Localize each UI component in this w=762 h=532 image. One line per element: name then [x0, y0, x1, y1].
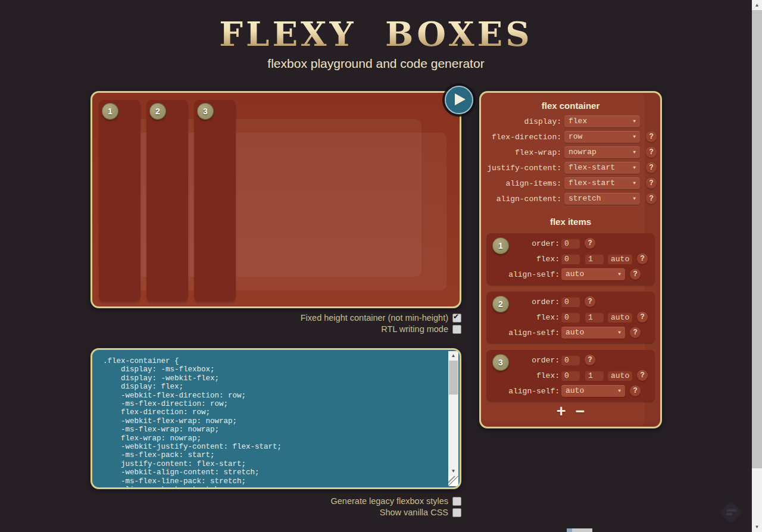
scroll-down-icon[interactable]	[448, 467, 458, 476]
flex-container-heading: flex container	[481, 101, 660, 111]
flex-label: flex:	[486, 255, 560, 264]
order-input[interactable]	[561, 239, 580, 249]
align-items-value: flex-start	[569, 179, 615, 187]
align-content-label: align-content:	[481, 195, 561, 204]
flex-item-card-2: 2 order: ? flex: ? align-self: auto ?	[486, 292, 655, 343]
order-label: order:	[486, 239, 560, 248]
code-scrollbar-thumb[interactable]	[449, 361, 458, 395]
chevron-down-icon	[633, 115, 636, 127]
remove-item-button[interactable]: −	[576, 403, 585, 419]
flex-wrap-label: flex-wrap:	[481, 148, 561, 157]
fixed-height-label: Fixed height container (not min-height)	[301, 313, 448, 323]
display-select[interactable]: flex	[564, 115, 640, 127]
help-icon[interactable]: ?	[646, 162, 657, 173]
legacy-checkbox[interactable]	[452, 497, 461, 506]
align-self-select[interactable]: auto	[561, 385, 625, 397]
help-icon[interactable]: ?	[637, 254, 648, 264]
align-content-value: stretch	[569, 194, 601, 203]
flex-shrink-input[interactable]	[585, 254, 604, 264]
align-self-label: align-self:	[486, 270, 560, 279]
help-icon[interactable]: ?	[630, 386, 641, 396]
flexy-boxes-app: FLEXY BOXES flexbox playground and code …	[0, 0, 762, 532]
fixed-height-checkbox[interactable]	[452, 314, 461, 323]
flex-wrap-value: nowrap	[569, 148, 597, 157]
flex-shrink-input[interactable]	[585, 371, 604, 381]
item-number-badge: 3	[197, 103, 214, 120]
item-number-badge: 1	[102, 103, 118, 120]
flex-items-heading: flex items	[481, 217, 660, 227]
help-icon[interactable]: ?	[646, 178, 657, 189]
justify-content-value: flex-start	[569, 163, 615, 172]
display-label: display:	[481, 117, 561, 126]
help-icon[interactable]: ?	[637, 312, 648, 323]
scroll-up-icon[interactable]	[448, 351, 458, 361]
run-preview-button[interactable]	[445, 86, 473, 114]
order-input[interactable]	[561, 297, 580, 307]
flex-direction-value: row	[569, 132, 582, 141]
align-self-value: auto	[566, 270, 584, 278]
help-icon[interactable]: ?	[630, 327, 641, 338]
flex-grow-input[interactable]	[561, 312, 580, 323]
flex-wrap-select[interactable]: nowrap	[564, 146, 640, 158]
flex-shrink-input[interactable]	[585, 312, 604, 323]
chevron-down-icon	[633, 146, 636, 158]
help-icon[interactable]: ?	[637, 370, 648, 381]
css-code-textarea[interactable]: .flex-container { display: -ms-flexbox; …	[103, 357, 444, 489]
flex-row: flex: ?	[486, 251, 655, 267]
code-line: -ms-flex-line-pack: stretch;	[103, 477, 444, 486]
add-item-button[interactable]: +	[557, 403, 566, 419]
order-label: order:	[486, 356, 560, 365]
help-icon[interactable]: ?	[646, 147, 657, 158]
code-line: display: -ms-flexbox;	[103, 365, 444, 374]
display-row: display: flex	[481, 114, 660, 129]
rtl-label: RTL writing mode	[381, 324, 448, 334]
preview-flex-item-3: 3	[194, 100, 236, 301]
code-line: -ms-flex-pack: start;	[103, 451, 444, 459]
flex-wrap-row: flex-wrap: nowrap ?	[481, 145, 660, 160]
legacy-label: Generate legacy flexbox styles	[331, 496, 448, 506]
rtl-checkbox[interactable]	[452, 325, 461, 334]
chevron-down-icon	[633, 193, 636, 205]
align-items-label: align-items:	[481, 179, 561, 188]
order-row: order: ?	[486, 236, 655, 251]
flex-direction-label: flex-direction:	[481, 133, 561, 142]
flex-row: flex: ?	[486, 368, 655, 383]
help-icon[interactable]: ?	[585, 238, 595, 249]
flex-label: flex:	[486, 371, 560, 380]
help-icon[interactable]: ?	[585, 296, 595, 307]
partially-visible-element	[567, 528, 592, 532]
align-self-label: align-self:	[486, 328, 560, 337]
help-icon[interactable]: ?	[585, 355, 595, 365]
align-content-row: align-content: stretch ?	[481, 191, 660, 206]
align-items-select[interactable]: flex-start	[564, 177, 640, 189]
order-row: order: ?	[486, 352, 655, 368]
page-scrollbar[interactable]	[752, 0, 762, 532]
add-remove-item-controls: + −	[481, 403, 660, 419]
flex-row: flex: ?	[486, 309, 655, 325]
rtl-option: RTL writing mode	[381, 324, 461, 334]
page-scrollbar-thumb[interactable]	[752, 10, 762, 468]
help-icon[interactable]: ?	[646, 193, 657, 204]
resize-grip-icon[interactable]	[448, 476, 458, 486]
align-self-select[interactable]: auto	[561, 327, 625, 339]
flex-basis-input[interactable]	[608, 254, 632, 264]
vanilla-checkbox[interactable]	[452, 508, 461, 517]
code-line: display: flex;	[103, 383, 444, 391]
align-self-select[interactable]: auto	[561, 268, 625, 280]
help-icon[interactable]: ?	[646, 132, 657, 142]
flex-grow-input[interactable]	[561, 254, 580, 264]
flex-preview-panel: 1 2 3	[90, 91, 461, 308]
flex-direction-select[interactable]: row	[564, 131, 640, 143]
help-icon[interactable]: ?	[630, 269, 641, 280]
flex-basis-input[interactable]	[608, 371, 632, 381]
scroll-down-icon[interactable]	[752, 522, 762, 532]
order-input[interactable]	[561, 355, 580, 365]
item-number-badge: 2	[149, 103, 166, 120]
fixed-height-option: Fixed height container (not min-height)	[301, 313, 461, 323]
flex-basis-input[interactable]	[608, 312, 632, 323]
flex-grow-input[interactable]	[561, 371, 580, 381]
scroll-up-icon[interactable]	[752, 0, 762, 10]
code-scrollbar[interactable]	[448, 351, 458, 486]
align-content-select[interactable]: stretch	[564, 193, 640, 205]
justify-content-select[interactable]: flex-start	[564, 162, 640, 174]
